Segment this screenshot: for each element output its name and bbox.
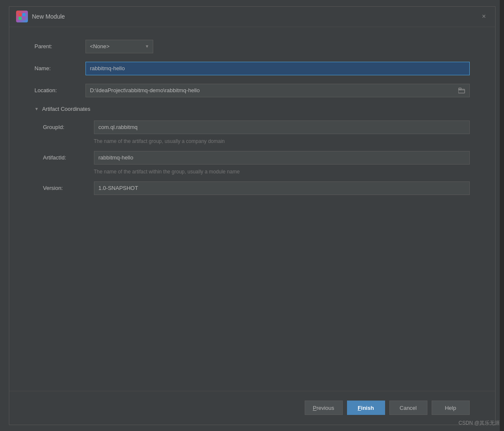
title-bar-left: New Module — [16, 11, 65, 22]
name-row: Name: — [35, 62, 470, 75]
name-label: Name: — [35, 65, 85, 71]
svg-rect-5 — [459, 88, 461, 90]
chevron-down-icon: ▼ — [142, 44, 153, 49]
location-browse-button[interactable] — [454, 84, 470, 97]
app-icon — [16, 11, 28, 22]
svg-rect-0 — [19, 13, 22, 16]
dialog: New Module × Parent: <None> ▼ Name: Loca… — [9, 6, 496, 425]
dialog-content: Parent: <None> ▼ Name: Location: — [9, 27, 495, 391]
groupid-label: GroupId: — [43, 124, 94, 130]
finish-button[interactable]: Finish — [347, 401, 385, 415]
artifactid-hint: The name of the artifact within the grou… — [94, 169, 470, 175]
artifactid-row: ArtifactId: — [43, 151, 470, 165]
parent-row: Parent: <None> ▼ — [35, 40, 470, 53]
parent-dropdown[interactable]: <None> ▼ — [85, 40, 153, 53]
artifact-section-label: Artifact Coordinates — [42, 106, 90, 112]
parent-label: Parent: — [35, 43, 85, 49]
help-button[interactable]: Help — [432, 401, 470, 415]
dialog-footer: Previous Finish Cancel Help — [9, 391, 495, 425]
version-input[interactable] — [94, 181, 470, 195]
name-input[interactable] — [85, 62, 470, 75]
artifact-section: GroupId: The name of the artifact group,… — [43, 121, 470, 195]
svg-rect-2 — [19, 17, 22, 20]
close-button[interactable]: × — [480, 12, 488, 21]
parent-dropdown-value: <None> — [86, 41, 142, 52]
artifact-section-header[interactable]: ▼ Artifact Coordinates — [35, 106, 470, 112]
outer-wrapper: New Module × Parent: <None> ▼ Name: Loca… — [0, 0, 504, 431]
svg-rect-3 — [22, 17, 25, 20]
location-row: Location: — [35, 84, 470, 97]
title-bar: New Module × — [9, 7, 495, 27]
version-row: Version: — [43, 181, 470, 195]
location-wrapper — [85, 84, 470, 97]
artifactid-label: ArtifactId: — [43, 154, 94, 161]
location-label: Location: — [35, 87, 85, 93]
version-label: Version: — [43, 185, 94, 191]
svg-rect-1 — [22, 13, 25, 16]
previous-button[interactable]: Previous — [305, 401, 343, 415]
watermark: CSDN @其乐无涯 — [458, 420, 500, 427]
cancel-button[interactable]: Cancel — [389, 401, 427, 415]
location-input[interactable] — [85, 84, 454, 97]
dialog-title: New Module — [32, 13, 65, 20]
groupid-input[interactable] — [94, 121, 470, 134]
groupid-row: GroupId: — [43, 121, 470, 134]
artifactid-input[interactable] — [94, 151, 470, 165]
section-collapse-icon: ▼ — [35, 107, 39, 111]
groupid-hint: The name of the artifact group, usually … — [94, 138, 470, 144]
